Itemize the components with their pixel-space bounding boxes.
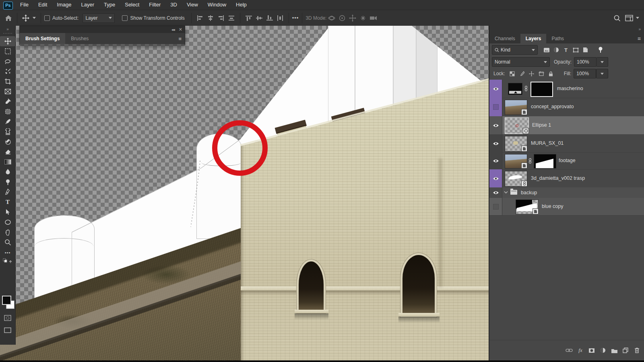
layer-thumbnail[interactable] (505, 171, 527, 187)
chevron-down-icon[interactable] (636, 17, 639, 19)
lock-artboard-icon[interactable] (537, 70, 546, 78)
menu-3d[interactable]: 3D (165, 0, 182, 10)
shape-layer-filter-icon[interactable] (571, 46, 580, 54)
new-group-icon[interactable] (609, 346, 619, 354)
layer-row[interactable]: concept_approvato (489, 98, 644, 117)
pan-3d-icon[interactable] (347, 13, 358, 23)
quick-mask-mode-button[interactable] (0, 313, 15, 323)
align-horizontal-centers-icon[interactable] (205, 13, 216, 23)
filter-kind-select[interactable]: Kind (492, 45, 538, 55)
tool-clone-stamp[interactable] (0, 127, 15, 137)
tool-history-brush[interactable] (0, 137, 15, 147)
tool-blur[interactable] (0, 167, 15, 177)
tab-brushes[interactable]: Brushes (65, 33, 94, 44)
shape-layer-thumbnail[interactable] (505, 117, 529, 134)
expand-chevron-icon[interactable] (504, 191, 508, 194)
group-name[interactable]: backup (521, 190, 537, 195)
new-layer-icon[interactable] (621, 346, 630, 354)
visibility-toggle[interactable] (489, 98, 502, 116)
pixel-layer-filter-icon[interactable] (542, 46, 551, 54)
layer-name[interactable]: Ellipse 1 (532, 122, 551, 128)
visibility-toggle[interactable] (489, 152, 502, 169)
menu-help[interactable]: Help (231, 0, 252, 10)
group-row[interactable]: backup (489, 187, 644, 198)
tool-crop[interactable] (0, 76, 15, 86)
distribute-vertical-icon[interactable] (226, 13, 237, 23)
lock-position-icon[interactable] (527, 70, 537, 78)
foreground-color-swatch[interactable] (2, 296, 11, 305)
tool-frame[interactable] (0, 86, 15, 97)
layer-name[interactable]: mascherino (557, 86, 583, 91)
screen-mode-button[interactable] (0, 325, 15, 335)
align-bottom-edges-icon[interactable] (264, 13, 275, 23)
layer-row[interactable]: MURA_SX_01 (489, 134, 644, 153)
visibility-toggle[interactable] (489, 187, 502, 198)
layer-row[interactable]: blue copy (489, 198, 644, 216)
layer-mask-thumbnail[interactable] (530, 82, 553, 97)
align-top-edges-icon[interactable] (244, 13, 254, 23)
tab-brush-settings[interactable]: Brush Settings (20, 33, 65, 44)
tool-magic-wand[interactable] (0, 66, 15, 76)
visibility-toggle[interactable] (489, 198, 502, 215)
mask-link-icon[interactable] (524, 86, 528, 91)
opacity-input[interactable]: 100% (574, 57, 597, 67)
opacity-dropdown[interactable] (597, 57, 608, 67)
default-swap-colors-icons[interactable] (0, 257, 15, 265)
tool-lasso[interactable] (0, 56, 15, 66)
menu-image[interactable]: Image (52, 0, 76, 10)
panel-grip[interactable] (0, 32, 15, 36)
panel-menu-icon[interactable]: ≡ (638, 34, 644, 43)
layer-name[interactable]: footage (559, 158, 576, 163)
home-icon[interactable] (3, 13, 14, 23)
distribute-horizontal-icon[interactable] (275, 13, 285, 23)
layer-thumbnail[interactable] (505, 154, 527, 169)
slide-3d-icon[interactable] (358, 13, 368, 23)
show-transform-checkbox[interactable] (122, 15, 128, 21)
layer-row[interactable]: 3d_damietta_v002 trasp (489, 169, 644, 188)
tool-zoom[interactable] (0, 237, 15, 247)
layer-row-selected[interactable]: Ellipse 1 (489, 116, 644, 135)
menu-edit[interactable]: Edit (33, 0, 52, 10)
tab-channels[interactable]: Channels (489, 34, 520, 43)
link-layers-icon[interactable] (564, 346, 574, 354)
layer-mask-thumbnail[interactable] (534, 154, 556, 169)
tool-type[interactable]: T (0, 197, 15, 207)
fill-input[interactable]: 100% (574, 69, 596, 78)
orbit-3d-icon[interactable] (326, 13, 337, 23)
tool-eyedropper[interactable] (0, 97, 15, 107)
layer-name[interactable]: concept_approvato (531, 104, 574, 109)
type-layer-filter-icon[interactable]: T (561, 46, 571, 54)
color-swatches[interactable] (2, 296, 14, 309)
tool-dodge[interactable] (0, 177, 15, 187)
tool-brush[interactable] (0, 117, 15, 127)
menu-layer[interactable]: Layer (76, 0, 99, 10)
menu-type[interactable]: Type (99, 0, 120, 10)
layer-thumbnail[interactable] (505, 100, 527, 115)
document-canvas[interactable] (0, 26, 489, 362)
adjustment-layer-thumbnail[interactable] (508, 83, 522, 95)
visibility-toggle[interactable] (489, 116, 502, 134)
layer-style-fx-icon[interactable]: fx (576, 346, 585, 354)
blend-mode-select[interactable]: Normal (492, 57, 550, 67)
layer-name[interactable]: blue copy (542, 204, 564, 209)
chevron-down-icon[interactable] (33, 17, 36, 19)
layer-thumbnail[interactable] (505, 136, 527, 152)
collapse-tools-icon[interactable]: » (0, 26, 15, 32)
camera-3d-icon[interactable] (368, 13, 379, 23)
menu-view[interactable]: View (182, 0, 203, 10)
move-tool-icon[interactable] (21, 13, 31, 23)
menu-file[interactable]: File (15, 0, 33, 10)
auto-select-target-select[interactable]: Layer (83, 13, 115, 23)
collapse-panel-icon[interactable]: ◂◂ (171, 27, 175, 32)
lock-all-icon[interactable] (546, 70, 556, 78)
align-vertical-centers-icon[interactable] (254, 13, 264, 23)
lock-transparent-pixels-icon[interactable] (508, 70, 517, 78)
visibility-toggle[interactable] (489, 169, 502, 187)
tool-spot-healing-brush[interactable] (0, 107, 15, 117)
more-tools-icon[interactable]: ••• (0, 247, 15, 257)
tab-layers[interactable]: Layers (520, 34, 547, 43)
tool-hand[interactable] (0, 227, 15, 237)
menu-select[interactable]: Select (120, 0, 144, 10)
layer-row[interactable]: footage (489, 152, 644, 170)
tab-paths[interactable]: Paths (546, 34, 569, 43)
